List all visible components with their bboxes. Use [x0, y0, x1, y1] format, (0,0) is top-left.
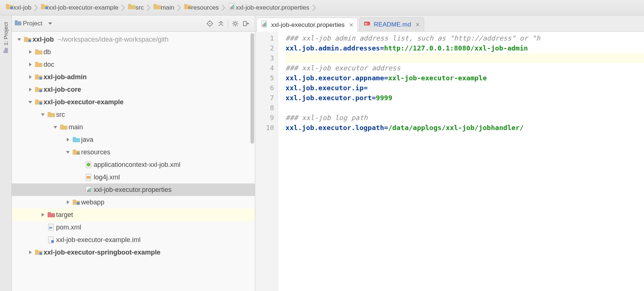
- hide-icon[interactable]: [241, 18, 252, 29]
- tree-scrollbar[interactable]: [250, 33, 254, 144]
- svg-rect-52: [39, 90, 42, 92]
- tree-row[interactable]: xxl-job-executor-example.iml: [12, 234, 255, 246]
- tree-arrow-icon[interactable]: [39, 112, 46, 117]
- tree-arrow-icon[interactable]: [27, 100, 34, 104]
- close-icon[interactable]: ✕: [347, 22, 354, 28]
- module-folder-icon: [34, 87, 44, 92]
- code-line[interactable]: xxl.job.executor.logpath=/data/applogs/x…: [285, 123, 644, 133]
- svg-rect-16: [230, 7, 231, 9]
- tree-arrow-icon[interactable]: [64, 150, 72, 154]
- tree-row[interactable]: webapp: [12, 196, 255, 208]
- tree-row[interactable]: resources: [12, 146, 255, 158]
- svg-line-38: [237, 21, 238, 22]
- module-folder-icon: [34, 99, 44, 105]
- svg-rect-22: [15, 20, 18, 22]
- code-line[interactable]: ### xxl-job executor address: [285, 63, 644, 73]
- breadcrumb-item[interactable]: main: [151, 0, 177, 15]
- breadcrumb-item[interactable]: xxl-job: [4, 0, 34, 15]
- tree-row[interactable]: db: [12, 46, 255, 58]
- tree-arrow-icon[interactable]: [52, 125, 59, 129]
- folder-icon: [34, 62, 44, 67]
- svg-rect-90: [264, 23, 265, 27]
- locate-icon[interactable]: [204, 18, 215, 29]
- editor-tab[interactable]: M↓README.md✕: [359, 17, 424, 31]
- properties-file-icon: [228, 3, 236, 12]
- markdown-file-icon: M↓: [363, 20, 371, 29]
- breadcrumb-label: resources: [191, 4, 219, 11]
- breadcrumb-item[interactable]: src: [126, 0, 146, 15]
- tree-arrow-icon[interactable]: [27, 87, 34, 92]
- tree-arrow-icon[interactable]: [27, 50, 34, 54]
- tree-row-label: xxl-job-executor-springboot-example: [44, 249, 160, 256]
- svg-rect-42: [28, 39, 31, 42]
- svg-rect-80: [48, 213, 55, 217]
- tree-row[interactable]: src: [12, 108, 255, 121]
- tree-row[interactable]: xxl-job-executor-springboot-example: [12, 246, 255, 259]
- tree-row[interactable]: xxl-job-core: [12, 83, 255, 96]
- tree-arrow-icon[interactable]: [64, 137, 72, 142]
- tree-row-label: xxl-job-executor-example: [44, 98, 124, 106]
- line-number: 5: [255, 73, 274, 83]
- project-tool-tab[interactable]: 1: Project: [2, 19, 10, 56]
- collapse-all-icon[interactable]: [215, 18, 226, 29]
- svg-rect-61: [73, 138, 80, 142]
- editor-code[interactable]: ### xxl-job admin address list, such as …: [278, 32, 644, 291]
- tree-row[interactable]: applicationcontext-xxl-job.xml: [12, 158, 255, 171]
- breadcrumb-item[interactable]: resources: [182, 0, 221, 15]
- svg-rect-17: [232, 6, 233, 9]
- tree-row[interactable]: main: [12, 121, 255, 133]
- project-tool-tab-label: 1: Project: [3, 22, 9, 45]
- project-tree[interactable]: xxl-job~/workspaces/idea-git-workspace/g…: [12, 32, 255, 291]
- breadcrumb-label: xxl-job: [13, 4, 31, 11]
- tree-row[interactable]: xxl-job-executor.properties: [12, 183, 255, 196]
- breadcrumb-item[interactable]: xxl-job-executor.properties: [226, 0, 311, 15]
- code-line[interactable]: [285, 103, 644, 113]
- line-number: 3: [255, 53, 274, 63]
- tree-row[interactable]: doc: [12, 58, 255, 71]
- close-icon[interactable]: ✕: [414, 21, 420, 28]
- project-panel-header: Project: [12, 15, 255, 32]
- folder-icon: [34, 49, 44, 55]
- tree-row[interactable]: mpom.xml: [12, 221, 255, 234]
- tree-arrow-icon[interactable]: [64, 200, 72, 204]
- tree-row-suffix: ~/workspaces/idea-git-workspace/gith: [58, 36, 169, 43]
- settings-icon[interactable]: [230, 18, 241, 29]
- tree-arrow-icon[interactable]: [27, 250, 34, 255]
- editor-tabs: xxl-job-executor.properties✕M↓README.md✕: [255, 15, 644, 32]
- view-mode-dropdown[interactable]: [45, 18, 56, 29]
- code-line[interactable]: xxl.job.admin.addresses=http://127.0.0.1…: [285, 43, 644, 53]
- tree-row[interactable]: <>log4j.xml: [12, 171, 255, 183]
- chevron-right-icon: [121, 0, 126, 15]
- tree-row[interactable]: xxl-job~/workspaces/idea-git-workspace/g…: [12, 33, 255, 46]
- code-line[interactable]: xxl.job.executor.port=9999: [285, 93, 644, 103]
- module-folder-icon: [6, 4, 13, 11]
- svg-rect-75: [90, 188, 91, 192]
- editor-body: 12345678910 ### xxl-job admin address li…: [255, 32, 644, 291]
- chevron-right-icon: [34, 0, 39, 15]
- code-line[interactable]: ### xxl-job admin address list, such as …: [285, 33, 644, 43]
- code-line[interactable]: xxl.job.executor.appname=xxl-job-executo…: [285, 73, 644, 83]
- tree-row-label: xxl-job-core: [44, 86, 81, 94]
- tree-arrow-icon[interactable]: [15, 37, 23, 42]
- tree-row[interactable]: target: [12, 208, 255, 221]
- tree-row[interactable]: xxl-job-admin: [12, 71, 255, 83]
- tree-row[interactable]: xxl-job-executor-example: [12, 96, 255, 108]
- chevron-right-icon: [177, 0, 182, 15]
- breadcrumb-item[interactable]: xxl-job-executor-example: [39, 0, 121, 15]
- project-icon: [3, 47, 8, 53]
- code-line[interactable]: [285, 53, 644, 63]
- tree-arrow-icon[interactable]: [39, 213, 46, 217]
- tree-arrow-icon[interactable]: [27, 75, 34, 79]
- tree-row-label: main: [69, 123, 83, 131]
- code-line[interactable]: xxl.job.executor.ip=: [285, 83, 644, 93]
- svg-rect-73: [87, 190, 88, 192]
- tree-row[interactable]: java: [12, 133, 255, 146]
- line-number: 1: [255, 33, 274, 43]
- code-line[interactable]: ### xxl-job log path: [285, 113, 644, 123]
- tree-arrow-icon[interactable]: [27, 62, 34, 67]
- breadcrumb-label: xxl-job-executor.properties: [236, 4, 309, 11]
- tree-row-label: applicationcontext-xxl-job.xml: [94, 161, 180, 169]
- resources-folder-icon: [184, 4, 191, 11]
- editor-tab[interactable]: xxl-job-executor.properties✕: [257, 18, 358, 32]
- breadcrumb-label: main: [161, 4, 174, 11]
